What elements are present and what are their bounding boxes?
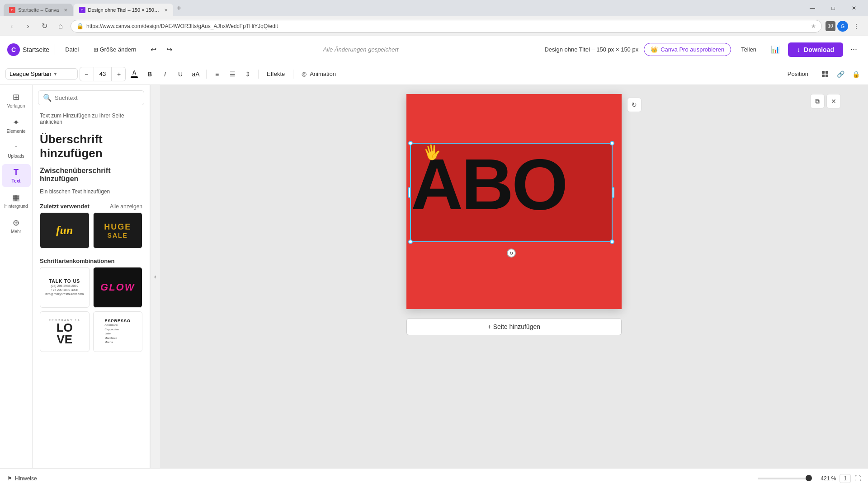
text-box[interactable]: ABO ↻	[410, 143, 613, 242]
italic-button[interactable]: I	[158, 67, 172, 81]
search-box[interactable]: 🔍	[38, 90, 144, 105]
font-family-selector[interactable]: League Spartan ▼	[5, 68, 78, 80]
pro-button[interactable]: 👑 Canva Pro ausprobieren	[644, 43, 731, 56]
see-all-button[interactable]: Alle anzeigen	[110, 203, 142, 210]
link-button[interactable]: 🔗	[834, 67, 847, 81]
sidebar-item-hintergrund[interactable]: ▦ Hintergrund	[2, 189, 31, 212]
rotate-handle[interactable]: ↻	[507, 249, 516, 258]
talk-to-us-content: TALK TO US (04) 296 3985 2092+76 209 109…	[45, 279, 84, 296]
handle-top-right[interactable]	[610, 141, 614, 145]
file-button[interactable]: Datei	[61, 43, 83, 56]
recent-fun-item[interactable]: fun	[40, 212, 90, 249]
lock-button[interactable]: 🔒	[849, 67, 863, 81]
recently-used-label: Zuletzt verwendet	[40, 203, 90, 210]
font-size-input[interactable]	[94, 67, 112, 81]
sidebar-item-uploads[interactable]: ↑ Uploads	[2, 139, 31, 162]
list-icon: ☰	[230, 70, 236, 78]
text-icon: T	[14, 168, 19, 177]
grid-button[interactable]	[818, 67, 832, 81]
decrease-size-button[interactable]: −	[80, 67, 93, 81]
home-label: Startseite	[23, 46, 49, 53]
text-color-button[interactable]: A	[127, 67, 141, 81]
tab1-close[interactable]: ✕	[64, 8, 67, 13]
recent-huge-sale-item[interactable]: HUGE SALE	[93, 212, 143, 249]
redo-button[interactable]: ↪	[162, 42, 177, 56]
tab2-close[interactable]: ✕	[164, 8, 168, 13]
profile-avatar[interactable]: G	[837, 21, 848, 32]
espresso-combo[interactable]: ESPRESSO AmericanoCappuccinoLatteMacchia…	[93, 311, 143, 352]
home-button[interactable]: ⌂	[54, 20, 67, 33]
list-button[interactable]: ☰	[226, 67, 239, 81]
back-button[interactable]: ‹	[5, 20, 18, 33]
search-input[interactable]	[55, 94, 139, 101]
handle-middle-right[interactable]	[612, 187, 614, 198]
download-button[interactable]: ↓ Download	[788, 42, 843, 57]
undo-button[interactable]: ↩	[146, 42, 161, 56]
add-subheading-button[interactable]: Zwischenüberschrift hinzufügen	[33, 164, 150, 186]
more-button[interactable]: ···	[847, 43, 861, 56]
url-bar[interactable]: 🔒 https://www.canva.com/design/DAE4WOR3l…	[71, 20, 822, 33]
position-button[interactable]: Position	[783, 69, 813, 79]
refresh-button[interactable]: ↻	[627, 98, 642, 112]
link-icon: 🔗	[837, 70, 844, 78]
browser-tab-1[interactable]: C Startseite – Canva ✕	[4, 4, 73, 16]
close-button[interactable]: ✕	[844, 1, 864, 15]
home-button[interactable]: C Startseite	[7, 43, 49, 56]
tab2-favicon: C	[79, 7, 85, 13]
handle-middle-left[interactable]	[408, 187, 411, 198]
reload-button[interactable]: ↻	[38, 20, 51, 33]
sidebar-item-vorlagen[interactable]: ⊞ Vorlagen	[2, 89, 31, 112]
resize-button[interactable]: ⊞ Größe ändern	[89, 43, 141, 56]
forward-button[interactable]: ›	[22, 20, 34, 33]
canva-pro-icon: 👑	[651, 46, 658, 53]
love-combo[interactable]: FEBRUARY 14 LOVE	[40, 311, 90, 352]
handle-top-left[interactable]	[408, 141, 413, 145]
sidebar-item-elemente[interactable]: ✦ Elemente	[2, 114, 31, 137]
spacing-button[interactable]: ⇕	[241, 67, 255, 81]
add-heading-button[interactable]: Überschrift hinzufügen	[33, 129, 150, 164]
animation-button[interactable]: ◎ Animation	[297, 69, 340, 79]
font-name: League Spartan	[9, 70, 52, 77]
talk-title: TALK TO US	[45, 279, 84, 284]
add-body-button[interactable]: Ein bisschen Text hinzufügen	[33, 186, 150, 197]
delete-canvas-button[interactable]: ✕	[826, 94, 841, 108]
duplicate-canvas-button[interactable]: ⧉	[810, 94, 825, 108]
page-number-button[interactable]: 1	[840, 474, 851, 483]
zoom-thumb[interactable]	[806, 475, 812, 481]
maximize-button[interactable]: □	[823, 1, 844, 15]
share-button[interactable]: Teilen	[735, 43, 763, 56]
hints-button[interactable]: ⚑ Hinweise	[7, 475, 37, 482]
minimize-button[interactable]: —	[802, 1, 823, 15]
sidebar-item-mehr[interactable]: ⊕ Mehr	[2, 214, 31, 238]
stats-button[interactable]: 📊	[766, 42, 784, 56]
increase-size-button[interactable]: +	[113, 67, 125, 81]
panel-collapse-button[interactable]: ‹	[152, 87, 158, 466]
underline-button[interactable]: U	[174, 67, 187, 81]
add-page-button[interactable]: + Seite hinzufügen	[406, 318, 622, 335]
fullscreen-button[interactable]: ⛶	[854, 475, 861, 482]
tab2-label: Design ohne Titel – 150 × 150px	[88, 7, 160, 13]
handle-bottom-left[interactable]	[408, 239, 413, 244]
sidebar-item-text[interactable]: T Text	[2, 164, 31, 187]
bottom-bar: ⚑ Hinweise 421 % 1 ⛶	[0, 468, 868, 488]
saved-status: Alle Änderungen gespeichert	[182, 46, 539, 53]
bold-button[interactable]: B	[143, 67, 156, 81]
effects-button[interactable]: Effekte	[262, 69, 289, 79]
love-text: LOVE	[49, 322, 80, 345]
panel-collapse-area: ‹	[150, 85, 160, 468]
glow-combo[interactable]: GLOW	[93, 267, 143, 308]
elemente-icon: ✦	[13, 117, 19, 127]
italic-icon: I	[164, 70, 166, 78]
browser-tab-2[interactable]: C Design ohne Titel – 150 × 150px ✕	[74, 4, 173, 16]
browser-menu-button[interactable]: ⋮	[850, 20, 863, 33]
handle-bottom-right[interactable]	[610, 239, 614, 244]
font-style-button[interactable]: aA	[189, 67, 203, 81]
design-canvas[interactable]: ABO ↻	[406, 94, 622, 309]
sidebar-icons: ⊞ Vorlagen ✦ Elemente ↑ Uploads T Text ▦…	[0, 85, 33, 468]
talk-to-us-combo[interactable]: TALK TO US (04) 296 3985 2092+76 209 109…	[40, 267, 90, 308]
align-button[interactable]: ≡	[210, 67, 224, 81]
download-label: Download	[804, 46, 834, 53]
align-icon: ≡	[215, 70, 219, 78]
zoom-slider[interactable]	[758, 478, 812, 479]
new-tab-button[interactable]: +	[173, 4, 185, 13]
